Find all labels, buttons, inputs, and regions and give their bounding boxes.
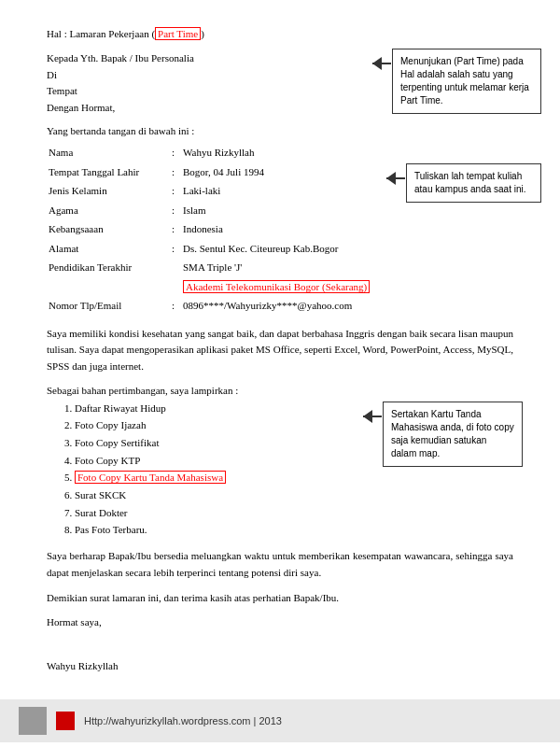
callout3-text: Sertakan Kartu Tanda Mahasiswa anda, di … [391, 409, 514, 458]
table-row: Alamat : Ds. Sentul Kec. Citeureup Kab.B… [49, 240, 370, 258]
table-row: Akademi Telekomunikasi Bogor (Sekarang) [49, 278, 370, 296]
field-value-akademi: Akademi Telekomunikasi Bogor (Sekarang) [183, 278, 370, 296]
field-label: Nomor Tlp/Email [49, 297, 170, 315]
list-item: Pas Foto Terbaru. [75, 521, 513, 539]
table-row: Nomor Tlp/Email : 0896****/Wahyurizky***… [49, 297, 370, 315]
list-item: Surat SKCK [75, 486, 513, 504]
page: Hal : Lamaran Pekerjaan (Part Time) Kepa… [0, 0, 560, 747]
callout1-text: Menunjukan (Part Time) pada Hal adalah s… [400, 56, 529, 106]
field-label: Agama [49, 202, 170, 219]
field-colon: : [172, 297, 181, 315]
field-colon [172, 278, 181, 296]
field-value: 0896****/Wahyurizky****@yahoo.com [183, 297, 370, 315]
callout2-text: Tuliskan lah tempat kuliah atau kampus a… [414, 171, 526, 194]
hormat-label: Hormat saya, [47, 616, 513, 627]
part-time-highlight: Part Time [155, 27, 201, 40]
callout-part-time: Menunjukan (Part Time) pada Hal adalah s… [392, 49, 541, 114]
field-colon: : [172, 220, 181, 238]
field-colon: : [172, 182, 181, 200]
field-value: Indonesia [183, 220, 370, 238]
list-item: Surat Dokter [75, 504, 513, 522]
field-label: Kebangsaaan [49, 220, 170, 238]
paragraph3: Demikian surat lamaran ini, dan terima k… [47, 590, 513, 607]
table-row: Agama : Islam [49, 202, 370, 219]
field-label: Jenis Kelamin [49, 182, 170, 200]
field-value: Bogor, 04 Juli 1994 [183, 163, 370, 181]
field-value: Laki-laki [183, 182, 370, 200]
table-row: Tempat Tanggal Lahir : Bogor, 04 Juli 19… [49, 163, 370, 181]
hormat-section: Hormat saya, Wahyu Rizkyllah [47, 616, 513, 671]
field-label [49, 278, 170, 296]
table-row: Pendidikan Terakhir SMA Triple 'J' [49, 259, 370, 276]
field-colon: : [172, 202, 181, 219]
akademi-highlight: Akademi Telekomunikasi Bogor (Sekarang) [183, 280, 370, 293]
field-colon: : [172, 240, 181, 258]
signature-name: Wahyu Rizkyllah [47, 660, 513, 671]
field-value: Islam [183, 202, 370, 219]
letter-body: Hal : Lamaran Pekerjaan (Part Time) Kepa… [0, 0, 560, 690]
field-label: Alamat [49, 240, 170, 258]
footer-url: Http://wahyurizkyllah.wordpress.com | 20… [84, 715, 282, 726]
table-row: Kebangsaaan : Indonesia [49, 220, 370, 238]
table-row: Jenis Kelamin : Laki-laki [49, 182, 370, 200]
ktm-highlight: Foto Copy Kartu Tanda Mahasiswa [75, 471, 226, 484]
hal-label: Hal : Lamaran Pekerjaan [47, 28, 149, 39]
paragraph2: Saya berharap Bapak/Ibu bersedia meluang… [47, 548, 513, 581]
footer-red-icon [56, 712, 75, 730]
info-table: Nama : Wahyu Rizkyllah Tempat Tanggal La… [47, 142, 371, 317]
field-colon [172, 259, 181, 276]
callout-ktm: Sertakan Kartu Tanda Mahasiswa anda, di … [383, 402, 523, 467]
field-label: Pendidikan Terakhir [49, 259, 170, 276]
hal-line: Hal : Lamaran Pekerjaan (Part Time) [47, 28, 513, 39]
footer-grey-icon [19, 707, 47, 735]
field-value: Ds. Sentul Kec. Citeureup Kab.Bogor [183, 240, 370, 258]
field-value: SMA Triple 'J' [183, 259, 370, 276]
field-value: Wahyu Rizkyllah [183, 144, 370, 162]
table-row: Nama : Wahyu Rizkyllah [49, 144, 370, 162]
callout-akademi: Tuliskan lah tempat kuliah atau kampus a… [406, 163, 541, 203]
field-colon: : [172, 144, 181, 162]
field-colon: : [172, 163, 181, 181]
yang-bertanda: Yang bertanda tangan di bawah ini : [47, 125, 513, 136]
list-item-highlight-ktm: Foto Copy Kartu Tanda Mahasiswa [75, 469, 513, 486]
field-label: Nama [49, 144, 170, 162]
footer-bar: Http://wahyurizkyllah.wordpress.com | 20… [0, 699, 560, 742]
field-label: Tempat Tanggal Lahir [49, 163, 170, 181]
sebagai-line: Sebagai bahan pertimbangan, saya lampirk… [47, 385, 513, 396]
paragraph1: Saya memiliki kondisi kesehatan yang san… [47, 326, 513, 375]
